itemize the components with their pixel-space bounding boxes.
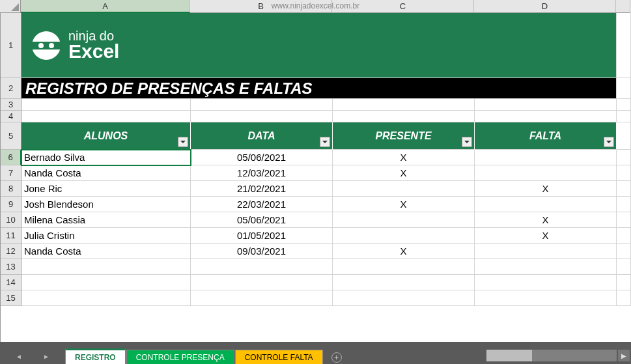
cell-overflow[interactable] — [617, 181, 631, 197]
empty-cell[interactable] — [191, 290, 333, 306]
banner-cell[interactable]: ninja do Excel — [21, 13, 617, 78]
cell-falta[interactable] — [475, 150, 617, 165]
add-sheet-button[interactable]: + — [328, 351, 346, 364]
cell-overflow[interactable] — [617, 212, 631, 228]
row-header[interactable]: 13 — [1, 259, 21, 275]
cell-aluno[interactable]: Bernado Silva — [21, 150, 191, 165]
cell-overflow[interactable] — [617, 78, 631, 99]
cell-B3[interactable] — [191, 99, 333, 111]
empty-cell[interactable] — [21, 259, 191, 275]
table-header-presente[interactable]: PRESENTE — [333, 122, 475, 150]
row-header[interactable]: 9 — [1, 197, 21, 212]
row-header-2[interactable]: 2 — [1, 78, 21, 99]
empty-cell[interactable] — [333, 290, 475, 306]
column-header-A[interactable]: A — [21, 0, 190, 13]
row-header[interactable]: 15 — [1, 290, 21, 306]
cell-falta[interactable] — [475, 244, 617, 259]
row-header[interactable]: 12 — [1, 244, 21, 259]
table-header-alunos[interactable]: ALUNOS — [21, 122, 191, 150]
cell-presente[interactable]: X — [333, 150, 475, 165]
cell-presente[interactable]: X — [333, 197, 475, 212]
filter-button-data[interactable] — [320, 137, 330, 147]
row-header[interactable]: 7 — [1, 165, 21, 181]
cell-falta[interactable] — [475, 165, 617, 181]
horizontal-scrollbar[interactable] — [486, 350, 617, 361]
cell-overflow[interactable] — [617, 122, 631, 150]
cell-overflow[interactable] — [617, 228, 631, 244]
cell-data[interactable]: 01/05/2021 — [191, 228, 333, 244]
cell-B4[interactable] — [191, 111, 333, 122]
row-header-4[interactable]: 4 — [1, 111, 21, 122]
cell-overflow[interactable] — [617, 197, 631, 212]
cell-overflow[interactable] — [617, 290, 631, 306]
cell-D3[interactable] — [475, 99, 617, 111]
cell-falta[interactable]: X — [475, 212, 617, 228]
tab-controle-presenca[interactable]: CONTROLE PRESENÇA — [126, 350, 234, 364]
select-all-corner[interactable] — [0, 0, 21, 13]
cell-data[interactable]: 09/03/2021 — [191, 244, 333, 259]
filter-button-presente[interactable] — [462, 137, 472, 147]
empty-cell[interactable] — [475, 275, 617, 290]
cell-data[interactable]: 21/02/2021 — [191, 181, 333, 197]
cell-presente[interactable] — [333, 181, 475, 197]
cell-presente[interactable] — [333, 228, 475, 244]
cell-C3[interactable] — [333, 99, 475, 111]
cell-presente[interactable]: X — [333, 165, 475, 181]
empty-cell[interactable] — [333, 259, 475, 275]
empty-cell[interactable] — [21, 275, 191, 290]
cell-overflow[interactable] — [617, 244, 631, 259]
cell-data[interactable]: 12/03/2021 — [191, 165, 333, 181]
cell-data[interactable]: 05/06/2021 — [191, 150, 333, 165]
horizontal-scrollbar-thumb[interactable] — [486, 350, 532, 361]
cell-overflow[interactable] — [617, 275, 631, 290]
row-header-5[interactable]: 5 — [1, 122, 21, 150]
tab-nav-next-icon[interactable]: ► — [43, 353, 49, 360]
cell-aluno[interactable]: Nanda Costa — [21, 165, 191, 181]
column-header-overflow[interactable] — [616, 0, 630, 13]
empty-cell[interactable] — [191, 259, 333, 275]
cell-overflow[interactable] — [617, 99, 631, 111]
row-header[interactable]: 11 — [1, 228, 21, 244]
row-header-3[interactable]: 3 — [1, 99, 21, 111]
cell-overflow[interactable] — [617, 111, 631, 122]
cell-aluno[interactable]: Nanda Costa — [21, 244, 191, 259]
cell-overflow[interactable] — [617, 165, 631, 181]
cell-A3[interactable] — [21, 99, 191, 111]
empty-cell[interactable] — [475, 290, 617, 306]
table-header-data[interactable]: DATA — [191, 122, 333, 150]
table-header-falta[interactable]: FALTA — [475, 122, 617, 150]
page-title[interactable]: REGISTRO DE PRESENÇAS E FALTAS — [21, 78, 617, 99]
row-header-1[interactable]: 1 — [1, 13, 21, 78]
row-header[interactable]: 8 — [1, 181, 21, 197]
empty-cell[interactable] — [475, 259, 617, 275]
cell-presente[interactable] — [333, 212, 475, 228]
cell-falta[interactable]: X — [475, 228, 617, 244]
cell-aluno[interactable]: Josh Blendeson — [21, 197, 191, 212]
filter-button-alunos[interactable] — [178, 137, 188, 147]
cell-A4[interactable] — [21, 111, 191, 122]
cell-falta[interactable] — [475, 197, 617, 212]
cell-C4[interactable] — [333, 111, 475, 122]
row-header[interactable]: 6 — [1, 150, 21, 165]
cell-overflow[interactable] — [617, 13, 631, 78]
cell-overflow[interactable] — [617, 150, 631, 165]
cell-data[interactable]: 05/06/2021 — [191, 212, 333, 228]
filter-button-falta[interactable] — [604, 137, 614, 147]
cell-data[interactable]: 22/03/2021 — [191, 197, 333, 212]
empty-cell[interactable] — [333, 275, 475, 290]
cell-D4[interactable] — [475, 111, 617, 122]
row-header[interactable]: 10 — [1, 212, 21, 228]
cell-aluno[interactable]: Julia Cristin — [21, 228, 191, 244]
tab-controle-falta[interactable]: CONTROLE FALTA — [235, 350, 323, 364]
tab-nav-prev-icon[interactable]: ◄ — [16, 353, 22, 360]
cell-falta[interactable]: X — [475, 181, 617, 197]
cell-presente[interactable]: X — [333, 244, 475, 259]
empty-cell[interactable] — [191, 275, 333, 290]
row-header[interactable]: 14 — [1, 275, 21, 290]
empty-cell[interactable] — [21, 290, 191, 306]
cell-aluno[interactable]: Milena Cassia — [21, 212, 191, 228]
cell-overflow[interactable] — [617, 259, 631, 275]
cell-aluno[interactable]: Jone Ric — [21, 181, 191, 197]
tab-registro[interactable]: REGISTRO — [65, 348, 126, 364]
column-header-D[interactable]: D — [474, 0, 616, 13]
